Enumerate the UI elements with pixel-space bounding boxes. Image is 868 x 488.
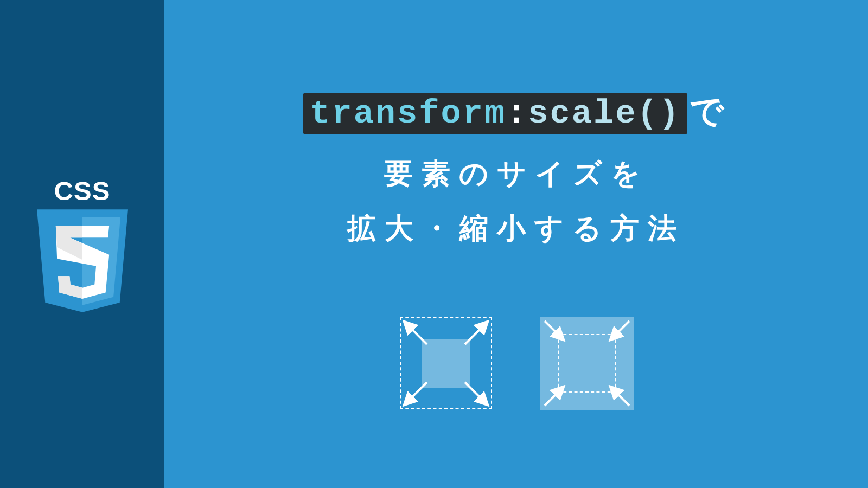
title-line-1: transform:scale()で (164, 93, 868, 134)
css3-shield-icon (37, 209, 128, 312)
title-line-2: 要素のサイズを (164, 159, 868, 188)
svg-line-12 (613, 321, 629, 337)
svg-line-13 (545, 389, 561, 406)
svg-line-7 (465, 324, 485, 344)
code-colon: : (506, 94, 528, 133)
svg-line-9 (465, 382, 485, 402)
css3-logo-text: CSS (54, 176, 111, 206)
title-line-3: 拡大・縮小する方法 (164, 214, 868, 242)
css3-logo: CSS (36, 176, 129, 312)
contract-diagram (538, 314, 636, 412)
code-value: scale() (528, 94, 680, 133)
sidebar: CSS (0, 0, 164, 488)
svg-line-6 (407, 324, 427, 344)
scale-diagrams (164, 314, 868, 412)
expand-diagram (397, 314, 495, 412)
expand-arrows-icon (397, 314, 495, 412)
contract-arrows-icon (538, 314, 636, 412)
code-property: transform (310, 94, 506, 133)
main-content: transform:scale()で 要素のサイズを 拡大・縮小する方法 (164, 0, 868, 488)
svg-line-11 (545, 321, 561, 337)
title-block: transform:scale()で 要素のサイズを 拡大・縮小する方法 (164, 93, 868, 242)
svg-line-8 (407, 382, 427, 402)
svg-line-14 (613, 389, 629, 406)
title-suffix-1: で (690, 92, 729, 130)
code-chip: transform:scale() (303, 93, 687, 134)
